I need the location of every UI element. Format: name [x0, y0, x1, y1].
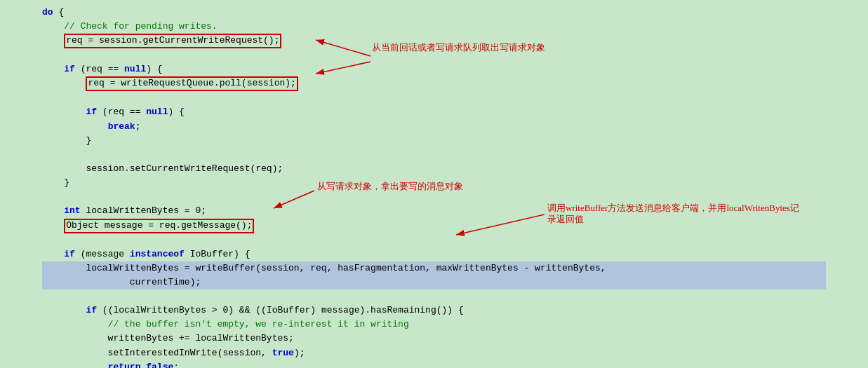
- code-line-10: }: [42, 134, 826, 148]
- code-line-23: // the buffer isn't empty, we re-interes…: [42, 318, 826, 332]
- code-line-24: writtenBytes += localWrittenBytes;: [42, 332, 826, 346]
- annotation-3b: 录返回值: [547, 212, 584, 226]
- code-line-25: setInterestedInWrite(session, true);: [42, 346, 826, 360]
- code-line-20: currentTime);: [42, 275, 826, 289]
- code-area: do { // Check for pending writes. req = …: [0, 0, 868, 368]
- code-line-12: session.setCurrentWriteRequest(req);: [42, 162, 826, 176]
- code-line-2: // Check for pending writes.: [42, 20, 826, 34]
- code-line-16: Object message = req.getMessage();: [42, 219, 826, 233]
- code-line-22: if ((localWrittenBytes > 0) && ((IoBuffe…: [42, 304, 826, 318]
- code-line-17: [42, 233, 826, 247]
- code-line-18: if (message instanceof IoBuffer) {: [42, 247, 826, 261]
- code-line-9: break;: [42, 120, 826, 134]
- annotation-3: 调用writeBuffer方法发送消息给客户端，并用localWritenByt…: [547, 201, 799, 215]
- code-line-26: return false;: [42, 360, 826, 368]
- annotation-1: 从当前回话或者写请求队列取出写请求对象: [372, 41, 545, 55]
- code-line-8: if (req == null) {: [42, 105, 826, 119]
- code-line-19: localWrittenBytes = writeBuffer(session,…: [42, 261, 826, 275]
- code-line-6: req = writeRequestQueue.poll(session);: [42, 76, 826, 91]
- code-line-21: [42, 289, 826, 304]
- code-line-5: if (req == null) {: [42, 62, 826, 76]
- code-line-1: do {: [42, 6, 826, 20]
- code-line-7: [42, 91, 826, 105]
- annotation-2: 从写请求对象，拿出要写的消息对象: [317, 179, 463, 193]
- code-line-11: [42, 148, 826, 162]
